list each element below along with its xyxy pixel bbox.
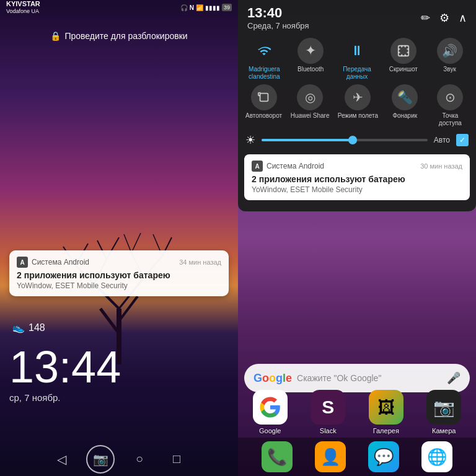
headset-icon: 🎧 — [180, 4, 188, 11]
qs-data-icon: ⏸ — [344, 38, 370, 64]
lock-notification-card[interactable]: A Система Android 34 мин назад 2 приложе… — [9, 250, 229, 296]
qs-hotspot[interactable]: ⊙ Точкадоступа — [431, 84, 469, 127]
brightness-fill — [262, 139, 353, 141]
lock-status-bar: KYIVSTAR Vodafone UA 🎧 N 📶 ▮▮▮▮ 39 — [0, 0, 238, 15]
gallery-app-icon: 🖼 — [369, 390, 403, 425]
qs-flashlight-label: Фонарик — [392, 112, 417, 120]
app-google[interactable]: Google — [244, 390, 296, 434]
brightness-auto-checkbox[interactable]: ✓ — [456, 134, 469, 146]
drawer-header: 13:40 Среда, 7 ноября ✏ ⚙ ∧ — [238, 0, 476, 33]
gallery-app-label: Галерея — [373, 427, 399, 434]
app-grid: Google S Slack 🖼 Галерея 📷 Камера — [238, 387, 476, 438]
qs-huawei-icon: ◎ — [297, 84, 323, 110]
drawer-android-icon: A — [252, 161, 263, 172]
collapse-icon[interactable]: ∧ — [459, 11, 467, 25]
chrome-icon: 🌐 — [427, 447, 447, 467]
settings-icon[interactable]: ⚙ — [439, 11, 449, 25]
phone-icon: 📞 — [267, 447, 287, 467]
qs-wifi[interactable]: Madrigueraclandestina — [245, 38, 283, 81]
app-dock: 📞 👤 💬 🌐 — [238, 438, 476, 476]
qs-wifi-icon — [251, 38, 277, 64]
qs-sound-icon: 🔊 — [437, 38, 463, 64]
lock-time: 13:44 — [9, 345, 121, 389]
svg-rect-26 — [260, 94, 268, 102]
brightness-auto-label: Авто — [434, 136, 450, 144]
qs-bluetooth[interactable]: ✦ Bluetooth — [292, 38, 329, 81]
slack-app-icon: S — [311, 390, 345, 425]
wifi-icon: 📶 — [196, 4, 203, 11]
messages-icon: 💬 — [374, 447, 394, 467]
home-button[interactable]: ○ — [127, 447, 152, 472]
drawer-time-date: 13:40 Среда, 7 ноября — [247, 5, 309, 30]
notification-header: A Система Android 34 мин назад — [17, 257, 221, 268]
qs-airplane-label: Режим полета — [338, 112, 378, 120]
drawer-time: 13:40 — [247, 5, 309, 21]
back-button[interactable]: ◁ — [49, 447, 74, 472]
svg-rect-17 — [399, 46, 409, 56]
camera-app-label: Камера — [432, 427, 456, 434]
dock-contacts[interactable]: 👤 — [315, 441, 346, 472]
brightness-icon: ☀ — [245, 133, 255, 147]
qs-bluetooth-icon: ✦ — [298, 38, 324, 64]
notification-time: 34 мин назад — [179, 258, 221, 266]
camera-app-icon: 📷 — [426, 390, 461, 425]
slack-app-label: Slack — [320, 427, 337, 434]
quick-settings-row1: Madrigueraclandestina ✦ Bluetooth ⏸ Пере… — [238, 33, 476, 83]
app-camera[interactable]: 📷 Камера — [418, 390, 470, 434]
mic-icon[interactable]: 🎤 — [447, 371, 461, 385]
dock-chrome[interactable]: 🌐 — [421, 441, 452, 472]
android-icon: A — [17, 257, 28, 268]
google-app-label: Google — [259, 427, 281, 434]
brightness-control[interactable]: ☀ Авто ✓ — [238, 131, 476, 149]
lock-icon: 🔒 — [50, 31, 61, 41]
qs-airplane[interactable]: ✈ Режим полета — [338, 84, 378, 127]
carrier-operator: Vodafone UA — [6, 8, 40, 15]
qs-huawei-label: Huawei Share — [291, 112, 330, 120]
qs-airplane-icon: ✈ — [345, 84, 371, 110]
qs-sound-label: Звук — [443, 66, 456, 73]
qs-hotspot-icon: ⊙ — [437, 84, 463, 110]
qs-flashlight[interactable]: 🔦 Фонарик — [386, 84, 423, 127]
carrier-info: KYIVSTAR Vodafone UA — [6, 0, 40, 15]
dock-phone[interactable]: 📞 — [262, 441, 293, 472]
drawer-notification-card[interactable]: A Система Android 30 мин назад 2 приложе… — [244, 154, 470, 200]
qs-autorotate[interactable]: Автоповорот — [245, 84, 283, 127]
status-icons: 🎧 N 📶 ▮▮▮▮ 39 — [180, 4, 232, 11]
qs-sound[interactable]: 🔊 Звук — [431, 38, 469, 81]
google-logo: Google — [253, 372, 292, 385]
qs-screenshot-icon — [390, 38, 416, 64]
edit-icon[interactable]: ✏ — [421, 11, 430, 25]
qs-screenshot[interactable]: Скриншот — [385, 38, 422, 81]
battery-icon: 39 — [222, 4, 232, 11]
qs-bluetooth-label: Bluetooth — [298, 66, 324, 73]
qs-hotspot-label: Точкадоступа — [439, 112, 462, 127]
qs-autorotate-icon — [251, 84, 277, 110]
unlock-hint[interactable]: 🔒 Проведите для разблокировки — [0, 31, 238, 41]
drawer-notif-body: YoWindow, ESET Mobile Security — [252, 185, 462, 194]
drawer-date: Среда, 7 ноября — [247, 21, 309, 30]
google-app-icon — [253, 390, 288, 425]
svg-line-2 — [119, 296, 138, 321]
drawer-notif-header: A Система Android 30 мин назад — [252, 161, 462, 172]
app-gallery[interactable]: 🖼 Галерея — [360, 390, 412, 434]
qs-data[interactable]: ⏸ Передачаданных — [338, 38, 376, 81]
unlock-hint-text: Проведите для разблокировки — [64, 31, 187, 41]
carrier-name: KYIVSTAR — [6, 0, 40, 8]
brightness-slider[interactable] — [262, 139, 428, 141]
dock-messages[interactable]: 💬 — [368, 441, 399, 472]
brightness-thumb — [348, 136, 357, 144]
contacts-icon: 👤 — [320, 447, 340, 467]
notification-title: 2 приложения используют батарею — [17, 270, 221, 280]
camera-button[interactable]: 📷 — [86, 445, 115, 474]
qs-wifi-label: Madrigueraclandestina — [249, 66, 280, 81]
qs-flashlight-icon: 🔦 — [392, 84, 418, 110]
recents-button[interactable]: □ — [164, 447, 189, 472]
app-slack[interactable]: S Slack — [302, 390, 355, 434]
lock-date: ср, 7 ноябр. — [9, 392, 61, 403]
signal-icon: ▮▮▮▮ — [205, 4, 220, 11]
notification-body: YoWindow, ESET Mobile Security — [17, 281, 221, 290]
quick-settings-row2: Автоповорот ◎ Huawei Share ✈ Режим полет… — [238, 83, 476, 131]
lock-screen: KYIVSTAR Vodafone UA 🎧 N 📶 ▮▮▮▮ 39 🔒 Про… — [0, 0, 238, 476]
qs-huawei-share[interactable]: ◎ Huawei Share — [291, 84, 330, 127]
qs-screenshot-label: Скриншот — [389, 66, 418, 73]
